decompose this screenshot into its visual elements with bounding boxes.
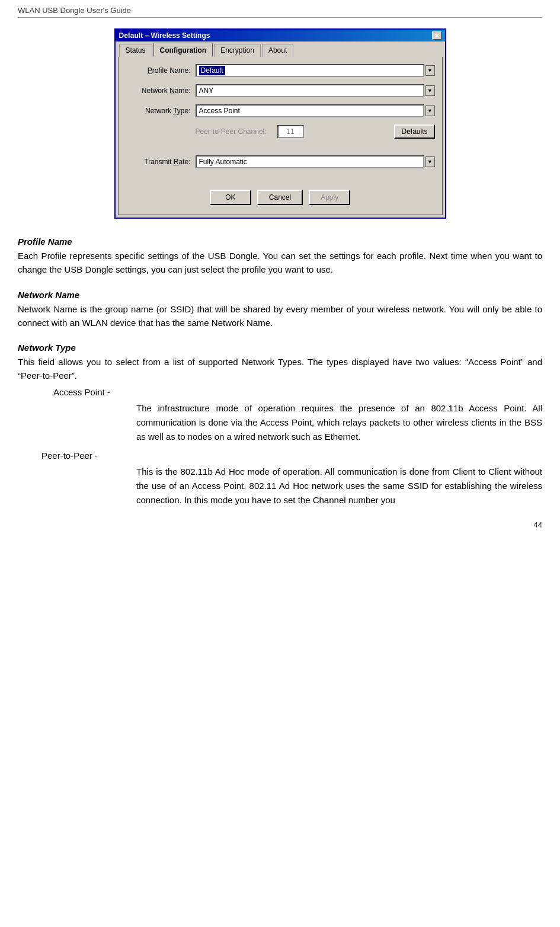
network-type-select[interactable]: Access Point ▼ — [196, 104, 435, 117]
access-point-block: Access Point - — [18, 385, 542, 399]
page-number: 44 — [18, 520, 542, 529]
dialog-tabs: Status Configuration Encryption About — [116, 41, 445, 57]
tab-encryption[interactable]: Encryption — [214, 44, 261, 57]
network-type-label: Network Type: — [126, 107, 191, 115]
dialog-container: Default – Wireless Settings ✕ Status Con… — [18, 28, 542, 219]
header-title: WLAN USB Dongle User's Guide — [18, 6, 131, 15]
transmit-rate-arrow[interactable]: ▼ — [425, 156, 435, 167]
section-network-type: Network Type This field allows you to se… — [18, 343, 542, 507]
network-type-intro: This field allows you to select from a l… — [18, 355, 542, 383]
network-name-select[interactable]: ANY ▼ — [196, 84, 435, 97]
dialog-title: Default – Wireless Settings — [119, 31, 210, 40]
defaults-button[interactable]: Defaults — [394, 124, 434, 139]
tab-status[interactable]: Status — [119, 44, 152, 57]
network-type-section-title: Network Type — [18, 343, 542, 353]
transmit-rate-select[interactable]: Fully Automatic ▼ — [196, 155, 435, 168]
profile-name-value: Default — [199, 66, 225, 75]
transmit-rate-dropdown[interactable]: Fully Automatic — [196, 155, 424, 168]
access-point-description: The infrastructure mode of operation req… — [18, 401, 542, 444]
cancel-button[interactable]: Cancel — [257, 190, 303, 205]
peer-channel-label: Peer-to-Peer Channel: — [196, 127, 273, 136]
apply-button[interactable]: Apply — [309, 190, 350, 205]
peer-to-peer-block: Peer-to-Peer - — [18, 449, 542, 462]
transmit-rate-row: Transmit Rate: Fully Automatic ▼ — [126, 155, 435, 168]
wireless-settings-dialog: Default – Wireless Settings ✕ Status Con… — [114, 28, 446, 219]
network-name-section-title: Network Name — [18, 290, 542, 300]
peer-channel-row: Peer-to-Peer Channel: 11 Defaults — [126, 124, 435, 139]
transmit-rate-label: Transmit Rate: — [126, 158, 191, 166]
network-type-value: Access Point — [199, 107, 240, 115]
dialog-titlebar: Default – Wireless Settings ✕ — [116, 30, 445, 41]
network-name-value: ANY — [199, 87, 214, 95]
tab-configuration[interactable]: Configuration — [153, 43, 213, 57]
profile-name-section-body: Each Profile represents specific setting… — [18, 249, 542, 277]
peer-to-peer-label: Peer-to-Peer - — [41, 449, 542, 462]
profile-name-section-title: Profile Name — [18, 236, 542, 247]
peer-to-peer-description: This is the 802.11b Ad Hoc mode of opera… — [18, 465, 542, 507]
tab-about[interactable]: About — [262, 44, 293, 57]
transmit-rate-value: Fully Automatic — [199, 158, 247, 166]
network-name-dropdown[interactable]: ANY — [196, 84, 424, 97]
network-type-dropdown[interactable]: Access Point — [196, 104, 424, 117]
access-point-label: Access Point - — [53, 385, 542, 399]
ok-button[interactable]: OK — [210, 190, 251, 205]
profile-name-select[interactable]: Default ▼ — [196, 64, 435, 77]
section-network-name: Network Name Network Name is the group n… — [18, 290, 542, 330]
profile-name-dropdown[interactable]: Default — [196, 64, 424, 77]
dialog-body: Profile Name: Default ▼ Network Name: AN… — [118, 57, 443, 215]
network-name-row: Network Name: ANY ▼ — [126, 84, 435, 97]
section-profile-name: Profile Name Each Profile represents spe… — [18, 236, 542, 277]
close-button[interactable]: ✕ — [432, 31, 441, 40]
network-name-label: Network Name: — [126, 87, 191, 95]
network-name-section-body: Network Name is the group name (or SSID)… — [18, 302, 542, 330]
profile-name-label: Profile Name: — [126, 66, 191, 75]
profile-name-arrow[interactable]: ▼ — [425, 65, 435, 76]
profile-name-row: Profile Name: Default ▼ — [126, 64, 435, 77]
dialog-footer: OK Cancel Apply — [126, 185, 435, 207]
network-name-arrow[interactable]: ▼ — [425, 85, 435, 96]
network-type-row: Network Type: Access Point ▼ — [126, 104, 435, 117]
page-header: WLAN USB Dongle User's Guide — [18, 6, 542, 18]
network-type-arrow[interactable]: ▼ — [425, 106, 435, 116]
peer-channel-input[interactable]: 11 — [277, 125, 304, 138]
